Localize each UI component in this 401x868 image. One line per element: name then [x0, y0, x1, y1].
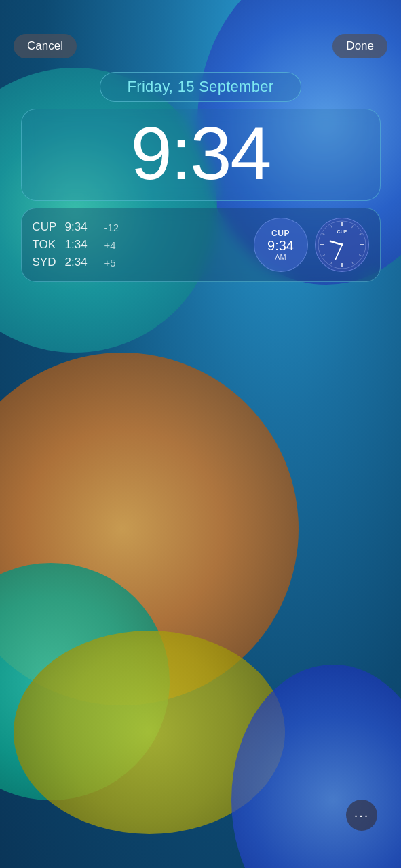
- round-digital-clock: CUP 9:34 AM: [254, 218, 308, 272]
- round-digital-city: CUP: [271, 229, 290, 238]
- round-digital-time: 9:34: [267, 238, 294, 253]
- time-display: 9:34: [130, 111, 270, 195]
- date-text: Friday, 15 September: [128, 78, 274, 95]
- svg-line-9: [322, 255, 324, 256]
- svg-line-3: [359, 234, 361, 235]
- ui-layer: Cancel Done Friday, 15 September 9:34 CU…: [0, 0, 401, 868]
- table-row: SYD 2:34 +5: [33, 256, 247, 269]
- svg-point-16: [341, 243, 343, 246]
- city-offset-tok: +4: [104, 239, 116, 251]
- analog-clock-svg: CUP: [317, 220, 367, 270]
- city-time-tok: 1:34: [65, 238, 100, 252]
- city-code-syd: SYD: [33, 256, 65, 269]
- svg-text:CUP: CUP: [337, 229, 347, 234]
- city-offset-syd: +5: [104, 257, 116, 269]
- city-time-cup: 9:34: [65, 220, 100, 234]
- table-row: TOK 1:34 +4: [33, 238, 247, 252]
- clock-list: CUP 9:34 -12 TOK 1:34 +4 SYD 2:34 +5: [33, 220, 247, 269]
- city-time-syd: 2:34: [65, 256, 100, 269]
- svg-line-5: [359, 255, 361, 256]
- svg-line-2: [351, 225, 353, 227]
- world-clock-widget: CUP 9:34 -12 TOK 1:34 +4 SYD 2:34 +5 CUP…: [21, 208, 381, 282]
- top-bar: Cancel Done: [0, 0, 401, 65]
- svg-line-11: [322, 234, 324, 235]
- done-button[interactable]: Done: [332, 34, 387, 58]
- svg-line-15: [335, 245, 342, 260]
- svg-line-12: [330, 225, 332, 227]
- city-code-cup: CUP: [33, 220, 65, 234]
- city-code-tok: TOK: [33, 238, 65, 252]
- city-offset-cup: -12: [104, 222, 119, 233]
- time-widget: 9:34: [21, 108, 381, 201]
- svg-line-6: [351, 262, 353, 264]
- date-widget: Friday, 15 September: [100, 72, 302, 102]
- svg-line-8: [330, 262, 332, 264]
- cancel-button[interactable]: Cancel: [14, 34, 77, 58]
- analog-clock: CUP: [315, 218, 369, 272]
- table-row: CUP 9:34 -12: [33, 220, 247, 234]
- round-digital-ampm: AM: [275, 253, 286, 261]
- svg-line-14: [330, 241, 341, 245]
